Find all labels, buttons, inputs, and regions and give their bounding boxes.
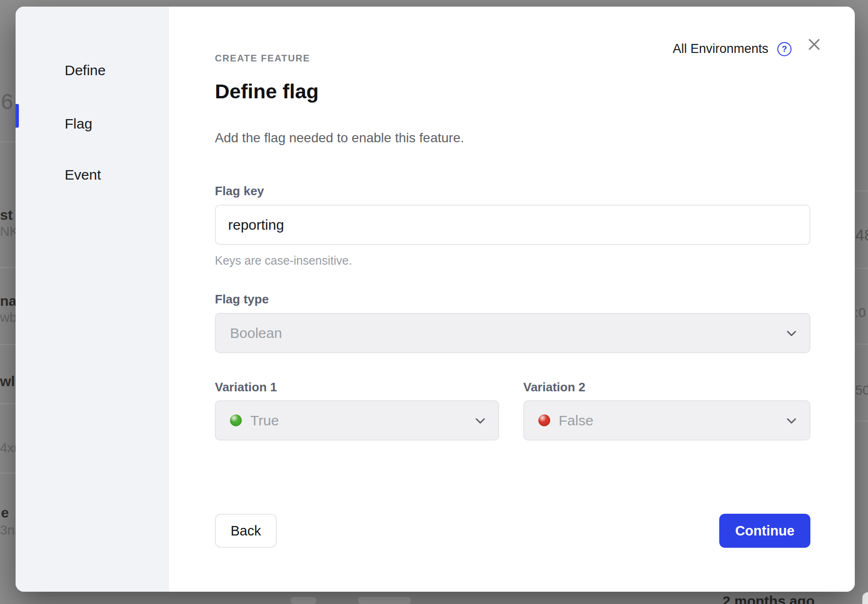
variation-2-label: Variation 2 — [523, 381, 586, 393]
bg-row-divider — [855, 268, 868, 269]
close-icon[interactable] — [806, 36, 823, 53]
bg-text-fragment: wl — [0, 374, 15, 388]
flag-key-label: Flag key — [215, 185, 264, 197]
bg-text-fragment: wb — [0, 311, 17, 324]
false-value-dot-icon — [538, 414, 550, 426]
bg-text-fragment: na — [0, 294, 17, 308]
bg-text-fragment: 50 — [855, 384, 868, 397]
dialog-subtitle: Add the flag needed to enable this featu… — [215, 130, 464, 146]
flag-type-select[interactable]: Boolean — [215, 313, 810, 353]
create-feature-dialog: Define Flag Event CREATE FEATURE All Env… — [16, 7, 855, 592]
dialog-eyebrow: CREATE FEATURE — [215, 53, 310, 64]
bg-text-fragment: e — [1, 506, 9, 520]
variation-1-select[interactable]: True — [215, 400, 499, 440]
bg-row-divider — [0, 473, 16, 474]
variation-1-label: Variation 1 — [215, 381, 277, 393]
bg-row-divider — [0, 141, 16, 142]
variation-1-value: True — [250, 413, 474, 429]
screen: 6 st l NK na wb wl 4xr e 3nJ 48 :0 50 2 … — [0, 0, 868, 604]
flag-key-input[interactable] — [215, 205, 810, 245]
bg-text-fragment: 6 — [1, 91, 13, 112]
variation-2-select[interactable]: False — [523, 400, 810, 440]
active-step-indicator — [16, 104, 19, 128]
flag-key-helper-text: Keys are case-insensitive. — [215, 254, 352, 267]
steps-sidebar: Define Flag Event — [16, 7, 169, 592]
step-define[interactable]: Define — [65, 63, 106, 78]
x-glyph — [806, 36, 822, 52]
bg-row-divider — [855, 344, 868, 345]
bg-timestamp: 2 months ago — [723, 593, 815, 604]
step-flag[interactable]: Flag — [65, 117, 92, 131]
environment-scope-label: All Environments — [672, 42, 768, 56]
true-value-dot-icon — [230, 414, 242, 426]
bg-row-divider — [0, 403, 16, 404]
bg-pill — [358, 597, 411, 604]
step-event[interactable]: Event — [65, 168, 101, 182]
bg-card-corner — [862, 592, 868, 604]
chevron-down-icon — [474, 414, 487, 427]
variation-2-value: False — [559, 413, 785, 429]
back-button[interactable]: Back — [215, 514, 277, 548]
bg-row-divider — [0, 344, 16, 345]
help-icon[interactable]: ? — [777, 42, 791, 56]
flag-type-label: Flag type — [215, 293, 269, 305]
bg-text-fragment: :0 — [855, 306, 866, 319]
bg-row-divider — [0, 267, 16, 268]
flag-type-value: Boolean — [230, 325, 785, 341]
bg-row-divider — [855, 421, 868, 422]
bg-row-divider — [855, 190, 868, 191]
dialog-title: Define flag — [215, 80, 319, 103]
chevron-down-icon — [785, 327, 798, 340]
chevron-down-icon — [785, 414, 798, 427]
bg-text-fragment: 48 — [855, 227, 868, 243]
continue-button[interactable]: Continue — [719, 514, 810, 548]
bg-pill — [290, 597, 316, 604]
